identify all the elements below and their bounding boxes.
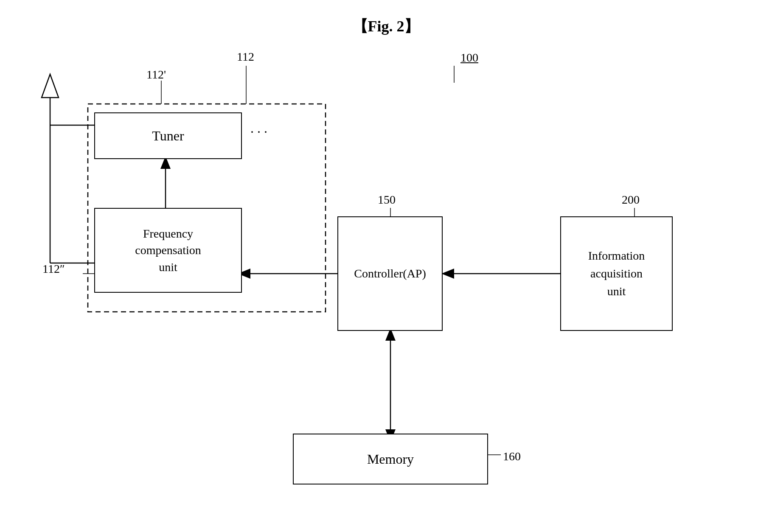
info-acq-box: Information acquisition unit — [560, 216, 673, 331]
freq-comp-box: Frequency compensation unit — [94, 208, 242, 293]
ref-label-112prime: 112' — [146, 68, 166, 81]
controller-box: Controller(AP) — [337, 216, 443, 331]
memory-box: Memory — [293, 434, 488, 484]
ref-label-200: 200 — [622, 193, 640, 207]
ref-label-100: 100 — [460, 51, 478, 64]
svg-text:· · ·: · · · — [250, 124, 267, 140]
ref-label-112double: 112″ — [42, 262, 65, 276]
figure-title: 【Fig. 2】 — [353, 16, 420, 37]
ref-label-160: 160 — [503, 450, 521, 463]
ref-label-150: 150 — [378, 193, 396, 207]
tuner-box: Tuner — [94, 112, 242, 159]
diagram-container: 【Fig. 2】 · · · — [0, 0, 772, 532]
svg-marker-12 — [441, 269, 454, 279]
svg-marker-0 — [42, 74, 59, 98]
ref-label-112: 112 — [237, 50, 254, 64]
